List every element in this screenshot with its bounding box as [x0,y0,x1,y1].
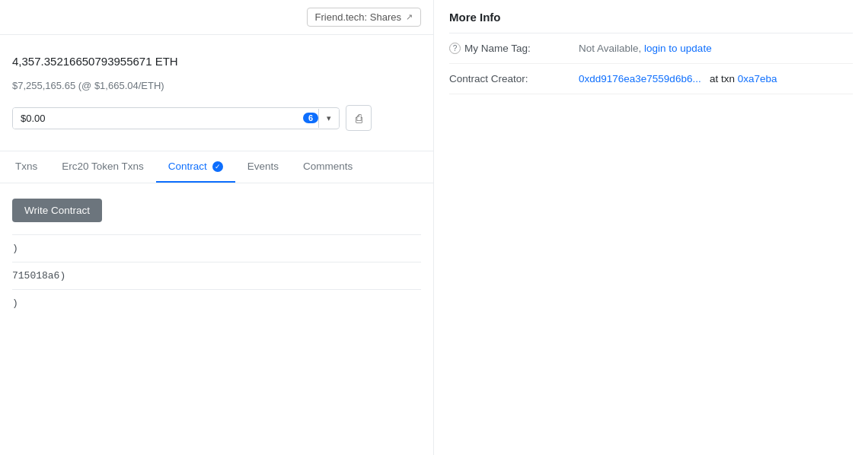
usd-amount: $7,255,165.65 (@ $1,665.04/ETH) [12,75,421,102]
friend-tech-label: Friend.tech: Shares [315,11,401,23]
tab-events-label: Events [247,161,279,172]
token-dropdown-arrow-icon[interactable]: ▾ [318,109,339,128]
left-panel: Friend.tech: Shares ↗ 4,357.352166507939… [0,0,434,455]
tab-contract-label: Contract [168,161,207,172]
creator-label: Contract Creator: [449,73,571,84]
creator-row: Contract Creator: 0xdd9176ea3e7559d6b6..… [449,64,853,94]
eth-amount: 4,357.35216650793955671 ETH [12,47,421,75]
tx-hash-link[interactable]: 0xa7eba [738,73,777,84]
name-tag-label: ? My Name Tag: [449,43,571,54]
name-tag-help-icon[interactable]: ? [449,43,461,54]
tab-erc20[interactable]: Erc20 Token Txns [49,151,156,183]
creator-address-link[interactable]: 0xdd9176ea3e7559d6b6... [579,73,701,84]
tab-erc20-label: Erc20 Token Txns [62,161,144,172]
code-line-1: ) [12,234,421,262]
tab-comments-label: Comments [303,161,353,172]
tab-txns[interactable]: Txns [3,151,49,183]
token-select[interactable]: $0.00 [13,108,303,129]
contract-content: Write Contract ) 715018a6) ) [0,183,433,455]
tab-events[interactable]: Events [235,151,291,183]
creator-label-text: Contract Creator: [449,73,528,84]
name-tag-row: ? My Name Tag: Not Available, login to u… [449,33,853,64]
token-select-wrapper: $0.00 6 ▾ [12,107,340,129]
creator-value: 0xdd9176ea3e7559d6b6... at txn 0xa7eba [579,73,853,84]
code-lines: ) 715018a6) ) [12,234,421,317]
at-txn-text [704,73,707,84]
info-section: 4,357.35216650793955671 ETH $7,255,165.6… [0,35,433,145]
right-panel: More Info ? My Name Tag: Not Available, … [434,0,868,455]
friend-tech-badge[interactable]: Friend.tech: Shares ↗ [307,8,421,27]
tab-txns-label: Txns [15,161,37,172]
tab-contract[interactable]: Contract ✓ [156,151,235,183]
at-txn-label: at txn [710,73,735,84]
copy-button[interactable]: ⎙ [346,105,372,131]
tabs-bar: Txns Erc20 Token Txns Contract ✓ Events … [0,151,433,183]
token-badge-count: 6 [303,113,318,123]
login-to-update-link[interactable]: login to update [644,43,712,54]
code-line-3: ) [12,289,421,317]
contract-verified-icon: ✓ [212,161,223,172]
write-contract-button[interactable]: Write Contract [12,199,102,222]
name-tag-label-text: My Name Tag: [464,43,531,54]
tab-comments[interactable]: Comments [291,151,365,183]
external-link-icon: ↗ [406,12,413,22]
token-row: $0.00 6 ▾ ⎙ [12,102,421,138]
copy-icon: ⎙ [356,112,362,125]
name-tag-not-available: Not Available, [579,43,644,54]
name-tag-value: Not Available, login to update [579,43,853,54]
more-info-title: More Info [449,0,853,33]
top-bar: Friend.tech: Shares ↗ [0,0,433,35]
code-line-2: 715018a6) [12,262,421,289]
